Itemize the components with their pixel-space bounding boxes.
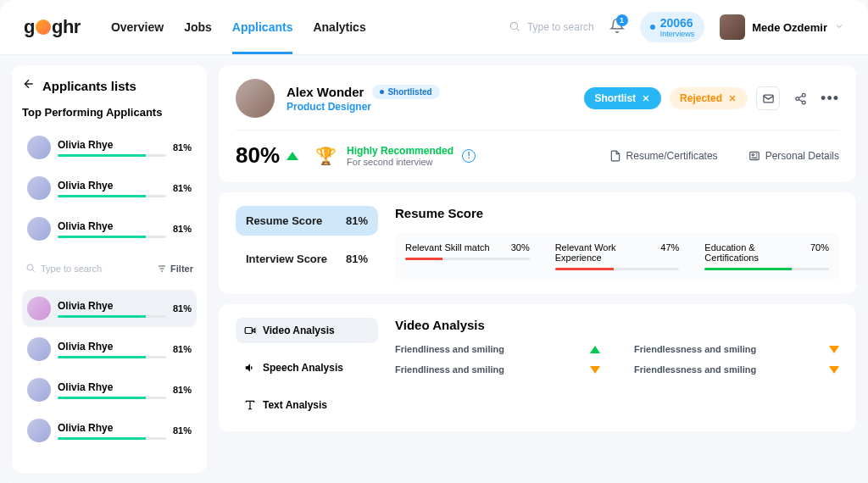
svg-rect-9 — [749, 152, 759, 159]
status-badge: Shortlisted — [372, 85, 439, 99]
analysis-metric: Friendlessness and smiling — [634, 344, 839, 354]
svg-point-7 — [795, 97, 798, 100]
nav-overview[interactable]: Overview — [111, 15, 164, 39]
trend-down-icon — [829, 346, 839, 353]
logo[interactable]: gghr — [24, 16, 81, 38]
svg-point-8 — [802, 101, 805, 104]
avatar — [27, 378, 51, 402]
applicant-row[interactable]: Olivia Rhye 81% — [22, 129, 197, 166]
sidebar-title: Applicants lists — [42, 79, 136, 93]
search-placeholder: Type to search — [527, 21, 594, 33]
avatar — [720, 14, 745, 40]
search-icon — [25, 263, 36, 275]
nav-analytics[interactable]: Analytics — [313, 15, 365, 39]
avatar — [27, 176, 51, 200]
sidebar-subtitle: Top Performing Applicants — [22, 106, 197, 119]
trend-down-icon — [829, 366, 839, 374]
metric: Relevant Work Experience47% — [555, 242, 680, 270]
filter-button[interactable]: Filter — [157, 264, 193, 274]
shortlist-button[interactable]: Shortlist — [584, 87, 661, 109]
resume-link[interactable]: Resume/Certificates — [609, 150, 718, 162]
analysis-tab[interactable]: Text Analysis — [236, 392, 378, 418]
more-button[interactable]: ••• — [821, 90, 839, 108]
rejected-button[interactable]: Rejected — [670, 87, 748, 109]
svg-point-0 — [510, 22, 517, 29]
nav-applicants[interactable]: Applicants — [232, 15, 293, 39]
svg-point-1 — [27, 264, 33, 270]
svg-point-10 — [752, 153, 754, 155]
personal-details-link[interactable]: Personal Details — [748, 150, 839, 162]
nav-jobs[interactable]: Jobs — [184, 15, 212, 39]
avatar — [27, 297, 51, 320]
score-tab[interactable]: Resume Score81% — [236, 206, 378, 236]
svg-point-6 — [802, 93, 805, 97]
avatar — [27, 419, 51, 442]
analysis-tab[interactable]: Speech Analysis — [236, 355, 378, 380]
applicant-role: Product Designer — [287, 101, 440, 113]
chevron-down-icon — [834, 19, 844, 35]
score-tab[interactable]: Interview Score81% — [236, 244, 378, 274]
global-search[interactable]: Type to search — [509, 20, 594, 35]
search-icon — [509, 20, 520, 35]
trend-down-icon — [590, 366, 600, 374]
metric: Education & Certifications70% — [704, 242, 829, 270]
trend-up-icon — [287, 152, 298, 160]
applicant-row[interactable]: Olivia Rhye 81% — [22, 169, 197, 207]
user-menu[interactable]: Mede Ozdemir — [720, 14, 844, 40]
avatar — [27, 217, 51, 241]
applicant-name: Alex Wonder — [287, 85, 364, 99]
svg-rect-11 — [245, 328, 252, 334]
applicant-avatar — [236, 79, 275, 118]
video-section-title: Video Analysis — [395, 318, 839, 332]
trophy-icon: 🏆 — [315, 146, 337, 166]
applicant-row[interactable]: Olivia Rhye 81% — [22, 412, 197, 449]
resume-section-title: Resume Score — [395, 206, 839, 220]
applicant-row[interactable]: Olivia Rhye 81% — [22, 330, 197, 368]
email-button[interactable] — [756, 86, 780, 110]
notification-count: 1 — [616, 14, 628, 26]
applicant-row[interactable]: Olivia Rhye 81% — [22, 290, 197, 327]
share-button[interactable] — [788, 86, 812, 110]
analysis-metric: Friendlessness and smiling — [634, 364, 839, 375]
metric: Relevant Skill match30% — [405, 242, 530, 270]
notifications-button[interactable]: 1 — [609, 18, 625, 37]
avatar — [27, 337, 51, 361]
interviews-badge[interactable]: 20066 Interviews — [640, 12, 705, 42]
analysis-tab[interactable]: Video Analysis — [236, 318, 378, 343]
applicant-row[interactable]: Olivia Rhye 81% — [22, 210, 197, 247]
avatar — [27, 136, 51, 159]
overall-score: 80% — [236, 142, 280, 169]
trend-up-icon — [590, 346, 600, 353]
analysis-metric: Friendliness and smiling — [395, 364, 600, 375]
recommendation-title: Highly Recommended — [347, 145, 453, 157]
back-button[interactable] — [22, 77, 36, 94]
applicant-row[interactable]: Olivia Rhye 81% — [22, 371, 197, 408]
sidebar-search[interactable]: Type to search — [41, 264, 102, 274]
info-icon[interactable]: ! — [462, 149, 476, 163]
recommendation-sub: For second interview — [347, 157, 453, 167]
analysis-metric: Friendliness and smiling — [395, 344, 600, 354]
